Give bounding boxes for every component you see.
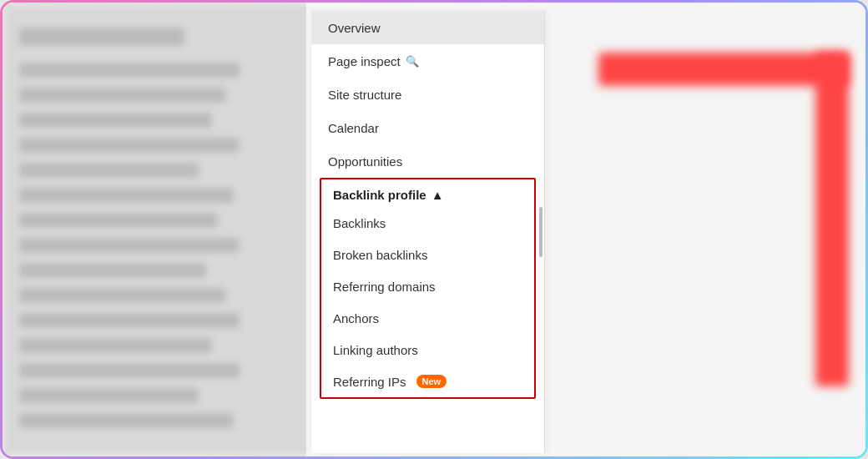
red-right-decoration	[815, 53, 849, 386]
new-badge: New	[416, 375, 447, 388]
scrollbar[interactable]	[539, 207, 542, 257]
sidebar-item-linking-authors[interactable]: Linking authors	[321, 334, 534, 366]
anchors-label: Anchors	[333, 311, 379, 325]
sidebar-item-calendar[interactable]: Calendar	[311, 111, 544, 144]
backlinks-label: Backlinks	[333, 216, 386, 230]
sidebar-item-overview[interactable]: Overview	[311, 11, 544, 44]
opportunities-label: Opportunities	[328, 154, 402, 169]
site-structure-label: Site structure	[328, 88, 401, 102]
collapse-arrow-icon: ▲	[431, 188, 444, 202]
sidebar-item-anchors[interactable]: Anchors	[321, 302, 534, 334]
overview-label: Overview	[328, 21, 381, 35]
sidebar-item-site-structure[interactable]: Site structure	[311, 78, 544, 111]
navigation-menu: Overview Page inspect 🔍 Site structure C…	[311, 11, 545, 453]
search-icon: 🔍	[406, 55, 419, 68]
sidebar-item-referring-domains[interactable]: Referring domains	[321, 270, 534, 302]
referring-ips-label: Referring IPs	[333, 375, 406, 389]
sidebar-item-backlinks[interactable]: Backlinks	[321, 207, 534, 239]
page-inspect-label: Page inspect	[328, 54, 401, 68]
sidebar-item-page-inspect[interactable]: Page inspect 🔍	[311, 44, 544, 78]
sidebar-item-referring-ips[interactable]: Referring IPs New	[321, 366, 534, 397]
broken-backlinks-label: Broken backlinks	[333, 248, 427, 262]
backlink-profile-header[interactable]: Backlink profile ▲	[321, 179, 534, 207]
backlink-profile-section: Backlink profile ▲ Backlinks Broken back…	[320, 178, 536, 399]
sidebar-item-broken-backlinks[interactable]: Broken backlinks	[321, 239, 534, 270]
referring-domains-label: Referring domains	[333, 280, 436, 294]
calendar-label: Calendar	[328, 121, 379, 135]
red-top-decoration	[598, 53, 849, 86]
backlink-profile-label: Backlink profile	[333, 188, 426, 202]
sidebar-item-opportunities[interactable]: Opportunities	[311, 144, 544, 178]
linking-authors-label: Linking authors	[333, 343, 418, 357]
